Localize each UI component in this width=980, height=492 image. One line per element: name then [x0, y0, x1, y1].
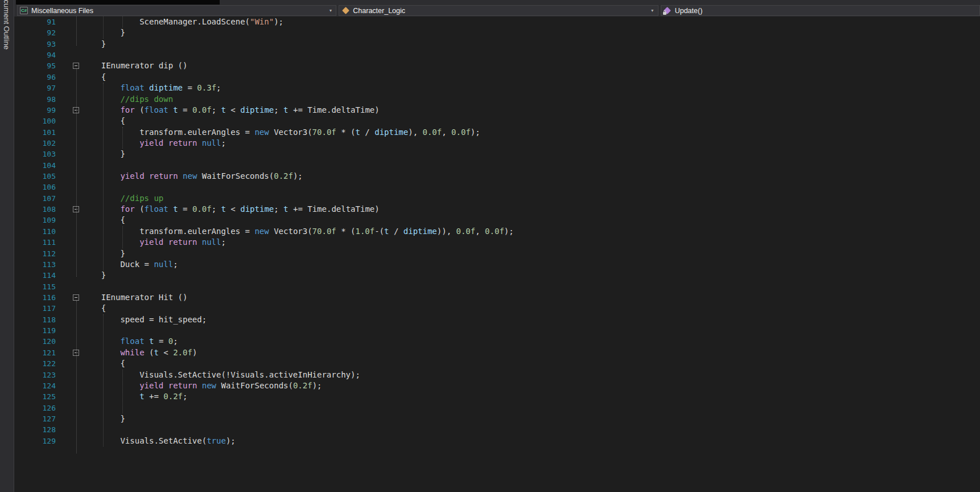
code-text[interactable]: }: [82, 248, 980, 259]
code-text[interactable]: }: [82, 149, 980, 159]
code-text[interactable]: float t = 0;: [82, 336, 980, 347]
fold-toggle[interactable]: [73, 294, 79, 301]
code-line: 110 transform.eulerAngles = new Vector3(…: [14, 226, 980, 237]
code-editor[interactable]: 91 SceneManager.LoadScene("Win");92 }93 …: [14, 17, 980, 492]
line-number: 109: [14, 215, 56, 226]
fold-guide-line: [76, 17, 77, 46]
code-text[interactable]: [82, 160, 980, 171]
line-number: 95: [14, 60, 56, 71]
lock-icon: [663, 12, 666, 15]
line-number: 128: [14, 424, 56, 435]
fold-margin: [56, 171, 82, 182]
code-text[interactable]: //dips up: [82, 193, 980, 204]
csharp-file-icon: C#: [19, 6, 28, 15]
code-text[interactable]: IEnumerator dip (): [82, 60, 980, 71]
code-text[interactable]: {: [82, 72, 980, 83]
code-line: 92 }: [14, 27, 980, 38]
method-private-icon: [663, 6, 672, 15]
line-number: 124: [14, 380, 56, 391]
code-text[interactable]: transform.eulerAngles = new Vector3(70.0…: [82, 226, 980, 237]
code-text[interactable]: }: [82, 413, 980, 424]
fold-margin: [56, 72, 82, 83]
type-dropdown-label: Character_Logic: [353, 7, 405, 15]
indent-guide: [103, 17, 104, 39]
code-line: 116 IEnumerator Hit (): [14, 292, 980, 303]
code-text[interactable]: [82, 403, 980, 413]
line-number: 91: [14, 17, 56, 27]
code-text[interactable]: yield return new WaitForSeconds(0.2f);: [82, 380, 980, 391]
navigation-bar: C# Miscellaneous Files ▼ Character_Logic…: [14, 5, 980, 17]
fold-margin: [56, 336, 82, 347]
code-text[interactable]: yield return null;: [82, 138, 980, 149]
chevron-down-icon[interactable]: ▼: [650, 9, 654, 13]
fold-toggle[interactable]: [73, 63, 79, 69]
code-text[interactable]: [82, 182, 980, 192]
line-number: 103: [14, 149, 56, 159]
line-number: 107: [14, 193, 56, 204]
code-line: 103 }: [14, 149, 980, 159]
code-text[interactable]: transform.eulerAngles = new Vector3(70.0…: [82, 127, 980, 138]
line-number: 111: [14, 237, 56, 248]
fold-margin: [56, 204, 82, 215]
code-text[interactable]: speed = hit_speed;: [82, 314, 980, 325]
code-text[interactable]: for (float t = 0.0f; t < diptime; t += T…: [82, 204, 980, 215]
indent-guide: [122, 226, 123, 248]
fold-margin: [56, 17, 82, 27]
fold-margin: [56, 259, 82, 270]
member-dropdown-label: Update(): [675, 7, 703, 15]
code-text[interactable]: while (t < 2.0f): [82, 347, 980, 358]
line-number: 99: [14, 105, 56, 116]
code-text[interactable]: yield return null;: [82, 237, 980, 248]
fold-margin: [56, 182, 82, 192]
fold-margin: [56, 436, 82, 446]
fold-margin: [56, 391, 82, 402]
code-text[interactable]: {: [82, 303, 980, 314]
code-text[interactable]: Visuals.SetActive(!Visuals.activeInHiera…: [82, 370, 980, 380]
line-number: 115: [14, 281, 56, 292]
fold-margin: [56, 83, 82, 93]
project-dropdown[interactable]: C# Miscellaneous Files ▼: [17, 5, 336, 16]
code-text[interactable]: {: [82, 358, 980, 369]
code-text[interactable]: {: [82, 116, 980, 126]
document-outline-tab[interactable]: Document Outline: [0, 0, 14, 492]
line-number: 94: [14, 50, 56, 60]
line-number: 112: [14, 248, 56, 259]
indent-guide: [122, 370, 123, 413]
code-text[interactable]: {: [82, 215, 980, 226]
code-text[interactable]: }: [82, 270, 980, 281]
code-text[interactable]: t += 0.2f;: [82, 391, 980, 402]
code-line: 126: [14, 403, 980, 413]
code-text[interactable]: float diptime = 0.3f;: [82, 83, 980, 93]
code-line: 119: [14, 325, 980, 336]
type-dropdown[interactable]: Character_Logic ▼: [339, 5, 658, 16]
code-line: 113 Duck = null;: [14, 259, 980, 270]
fold-guide-line: [76, 301, 77, 453]
code-text[interactable]: //dips down: [82, 94, 980, 105]
code-text[interactable]: SceneManager.LoadScene("Win");: [82, 17, 980, 27]
code-text[interactable]: yield return new WaitForSeconds(0.2f);: [82, 171, 980, 182]
code-text[interactable]: for (float t = 0.0f; t < diptime; t += T…: [82, 105, 980, 116]
code-line: 105 yield return new WaitForSeconds(0.2f…: [14, 171, 980, 182]
line-number: 100: [14, 116, 56, 126]
document-outline-label: Document Outline: [2, 0, 11, 50]
code-text[interactable]: [82, 281, 980, 292]
line-number: 104: [14, 160, 56, 171]
chevron-down-icon[interactable]: ▼: [328, 9, 332, 13]
code-text[interactable]: IEnumerator Hit (): [82, 292, 980, 303]
code-line: 111 yield return null;: [14, 237, 980, 248]
fold-margin: [56, 237, 82, 248]
code-line: 96 {: [14, 72, 980, 83]
fold-margin: [56, 424, 82, 435]
member-dropdown[interactable]: Update(): [661, 5, 980, 16]
code-text[interactable]: [82, 50, 980, 60]
code-text[interactable]: [82, 325, 980, 336]
code-text[interactable]: Duck = null;: [82, 259, 980, 270]
line-number: 102: [14, 138, 56, 149]
line-number: 92: [14, 27, 56, 38]
code-text[interactable]: }: [82, 39, 980, 50]
code-text[interactable]: }: [82, 27, 980, 38]
code-line: 108 for (float t = 0.0f; t < diptime; t …: [14, 204, 980, 215]
code-text[interactable]: [82, 424, 980, 435]
code-line: 94: [14, 50, 980, 60]
code-text[interactable]: Visuals.SetActive(true);: [82, 436, 980, 446]
